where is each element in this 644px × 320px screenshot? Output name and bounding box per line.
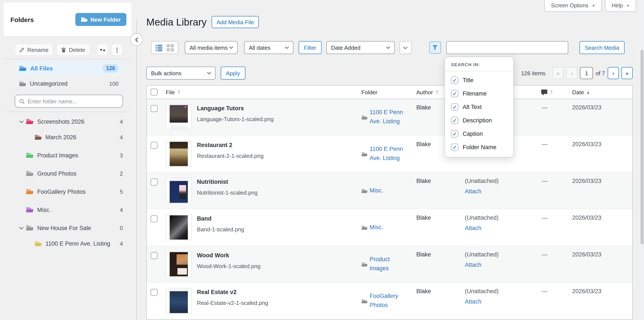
folder-tree-item[interactable]: Ground Photos 2 xyxy=(15,167,123,180)
screen-options-button[interactable]: Screen Options ▼ xyxy=(545,0,602,12)
search-in-option-title[interactable]: ✓ Title xyxy=(445,73,513,87)
page-scrollbar[interactable] xyxy=(640,0,644,320)
checkbox-checked-icon[interactable]: ✓ xyxy=(451,103,458,111)
column-header-date[interactable]: Date ▲▼ xyxy=(569,89,632,95)
folder-search-input[interactable] xyxy=(28,98,118,104)
attach-link[interactable]: Attach xyxy=(465,188,482,195)
list-view-button[interactable] xyxy=(155,44,163,51)
media-title-link[interactable]: Restaurant 2 xyxy=(197,142,232,148)
chevron-down-icon[interactable] xyxy=(19,120,26,123)
row-checkbox[interactable] xyxy=(150,289,158,296)
folder-link[interactable]: FooGallery Photos xyxy=(370,292,407,310)
media-search-input[interactable] xyxy=(446,41,568,54)
folder-tree-item[interactable]: 1100 E Penn Ave. Listing 4 xyxy=(15,237,123,250)
all-files-count-badge: 126 xyxy=(102,64,118,73)
media-type-filter-value: All media items xyxy=(190,44,228,51)
checkbox-checked-icon[interactable]: ✓ xyxy=(451,117,458,124)
collapse-sidebar-button[interactable] xyxy=(130,33,143,46)
media-title-link[interactable]: Nutritionist xyxy=(197,179,228,185)
folder-tree-item[interactable]: Product Images 3 xyxy=(15,149,123,162)
row-checkbox[interactable] xyxy=(150,179,158,186)
folder-link[interactable]: Misc. xyxy=(370,186,383,195)
rename-folder-button[interactable]: Rename xyxy=(15,44,53,56)
new-folder-button[interactable]: New Folder xyxy=(75,13,126,26)
search-in-option-caption[interactable]: ✓ Caption xyxy=(445,127,513,141)
folder-link[interactable]: Misc. xyxy=(370,223,383,232)
row-checkbox[interactable] xyxy=(150,105,158,112)
media-thumbnail[interactable] xyxy=(166,141,192,167)
search-in-option-description[interactable]: ✓ Description xyxy=(445,114,513,127)
delete-folder-button[interactable]: Delete xyxy=(56,44,90,56)
folder-options-button[interactable]: ⋮ xyxy=(111,44,123,56)
bulk-actions-select[interactable]: Bulk actions xyxy=(146,67,216,80)
media-type-filter-select[interactable]: All media items xyxy=(185,41,238,54)
chevron-down-icon xyxy=(386,46,390,49)
add-media-file-button[interactable]: Add Media File xyxy=(212,16,259,28)
sort-folders-button[interactable]: ▼▲ xyxy=(96,44,108,56)
media-title-link[interactable]: Wood Work xyxy=(197,252,229,259)
first-page-button[interactable]: « xyxy=(552,67,564,79)
last-page-button[interactable]: » xyxy=(622,67,633,79)
chevron-down-icon xyxy=(207,72,211,74)
media-title-link[interactable]: Real Estate v2 xyxy=(197,289,236,295)
select-all-checkbox[interactable] xyxy=(150,89,158,96)
media-title-link[interactable]: Band xyxy=(197,215,212,222)
folder-tree-item[interactable]: FooGallery Photos 5 xyxy=(15,185,123,198)
search-in-option-folder-name[interactable]: ✓ Folder Name xyxy=(445,141,513,154)
sidebar-item-uncategorized[interactable]: Uncategorized 100 xyxy=(15,77,123,90)
folder-cell: 1100 E Penn Ave. Listing xyxy=(360,136,413,172)
media-thumbnail[interactable] xyxy=(166,288,192,314)
search-in-option-alt-text[interactable]: ✓ Alt Text xyxy=(445,100,513,114)
date-filter-select[interactable]: All dates xyxy=(244,41,294,54)
apply-button[interactable]: Apply xyxy=(221,67,245,80)
unattached-label: (Unattached) xyxy=(465,178,538,184)
checkbox-checked-icon[interactable]: ✓ xyxy=(451,144,458,151)
row-checkbox[interactable] xyxy=(150,215,158,222)
checkbox-checked-icon[interactable]: ✓ xyxy=(451,76,458,84)
help-button[interactable]: Help ▼ xyxy=(605,0,636,12)
scrollbar-thumb[interactable] xyxy=(640,50,644,244)
chevron-down-icon[interactable] xyxy=(19,226,26,229)
date-cell: 2026/03/23 xyxy=(569,283,632,319)
trash-icon xyxy=(61,47,66,52)
row-checkbox[interactable] xyxy=(150,252,158,259)
folder-tree-item[interactable]: New House For Sale 0 xyxy=(15,221,123,234)
search-in-option-filename[interactable]: ✓ Filename xyxy=(445,87,513,100)
row-checkbox[interactable] xyxy=(150,142,158,149)
attach-link[interactable]: Attach xyxy=(465,298,482,305)
folder-link[interactable]: 1100 E Penn Ave. Listing xyxy=(370,108,407,126)
folder-link[interactable]: 1100 E Penn Ave. Listing xyxy=(370,145,407,163)
chevron-left-icon xyxy=(135,37,138,42)
sidebar-item-all-files[interactable]: All Files 126 xyxy=(15,61,123,75)
column-header-file[interactable]: File ▲▼ xyxy=(162,89,360,95)
filter-button[interactable]: Filter xyxy=(299,41,322,54)
prev-page-button[interactable]: ‹ xyxy=(566,67,578,79)
checkbox-checked-icon[interactable]: ✓ xyxy=(451,130,458,137)
attach-link[interactable]: Attach xyxy=(465,262,482,268)
author-cell: Blake xyxy=(413,283,460,319)
next-page-button[interactable]: › xyxy=(608,67,619,79)
media-title-link[interactable]: Language Tutors xyxy=(197,105,244,112)
media-thumbnail[interactable] xyxy=(166,104,192,130)
date-cell: 2026/03/23 xyxy=(569,99,632,135)
comments-cell: — xyxy=(538,173,569,209)
checkbox-checked-icon[interactable]: ✓ xyxy=(451,90,458,97)
folder-tree-item[interactable]: March 2026 4 xyxy=(15,131,123,144)
folder-link[interactable]: Product Images xyxy=(370,255,407,273)
sort-by-value: Date Added xyxy=(331,44,360,51)
sort-by-select[interactable]: Date Added xyxy=(326,41,395,54)
folder-tree-item[interactable]: Misc. 4 xyxy=(15,203,123,216)
uncategorized-label: Uncategorized xyxy=(30,80,68,87)
folder-tree-item[interactable]: Screenshots 2026 4 xyxy=(15,115,123,128)
media-thumbnail[interactable] xyxy=(166,251,192,277)
attach-link[interactable]: Attach xyxy=(465,225,482,231)
grid-view-button[interactable] xyxy=(167,44,174,51)
advanced-filter-button[interactable] xyxy=(429,41,441,54)
current-page-input[interactable] xyxy=(580,67,593,79)
media-thumbnail[interactable] xyxy=(166,178,192,204)
media-thumbnail[interactable] xyxy=(166,215,192,240)
search-media-button[interactable]: Search Media xyxy=(580,41,624,54)
sort-direction-button[interactable] xyxy=(400,41,412,54)
folder-count: 4 xyxy=(120,207,123,213)
column-header-comments[interactable]: ▲▼ xyxy=(538,89,569,95)
